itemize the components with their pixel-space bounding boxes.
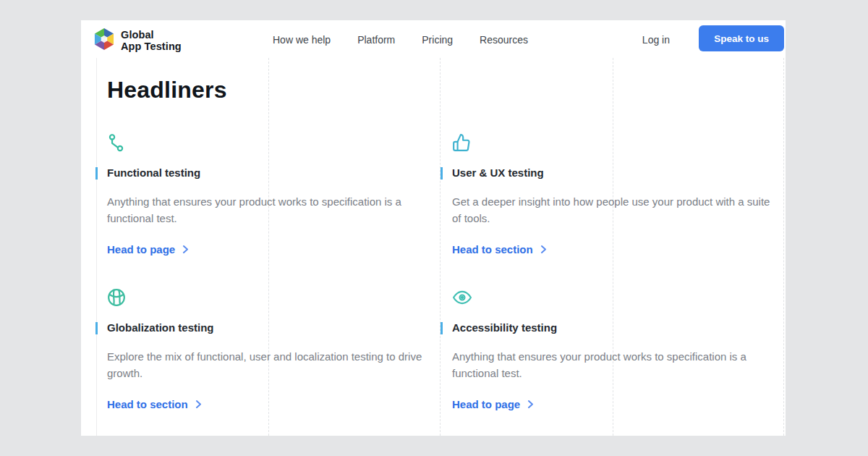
login-link[interactable]: Log in bbox=[642, 20, 670, 59]
eye-icon bbox=[452, 288, 779, 307]
nav-item-how-we-help[interactable]: How we help bbox=[273, 34, 331, 46]
brand-name: Global App Testing bbox=[121, 29, 182, 52]
top-navigation-bar: Global App Testing How we help Platform … bbox=[81, 20, 786, 59]
head-to-section-link[interactable]: Head to section bbox=[107, 398, 202, 410]
main-nav: How we help Platform Pricing Resources bbox=[273, 20, 528, 59]
chevron-right-icon bbox=[540, 245, 547, 254]
accent-bar bbox=[441, 167, 443, 180]
card-title: User & UX testing bbox=[452, 166, 544, 179]
route-icon bbox=[107, 133, 434, 152]
chevron-right-icon bbox=[182, 245, 189, 254]
nav-item-pricing[interactable]: Pricing bbox=[422, 34, 453, 46]
grid-line bbox=[783, 58, 784, 436]
accent-bar bbox=[95, 322, 98, 334]
card-title: Functional testing bbox=[107, 166, 200, 179]
card-description: Explore the mix of functional, user and … bbox=[107, 349, 433, 381]
card-description: Anything that ensures your product works… bbox=[452, 349, 778, 381]
grid-line bbox=[440, 58, 441, 436]
nav-item-platform[interactable]: Platform bbox=[357, 34, 395, 46]
globe-icon bbox=[107, 288, 434, 307]
grid-line bbox=[96, 58, 97, 436]
chevron-right-icon bbox=[527, 400, 534, 409]
accent-bar bbox=[441, 322, 443, 334]
nav-item-resources[interactable]: Resources bbox=[480, 34, 528, 46]
card-description: Get a deeper insight into how people use… bbox=[452, 194, 778, 227]
hexagon-logo-icon bbox=[93, 26, 116, 55]
card-functional-testing: Functional testing Anything that ensures… bbox=[107, 133, 434, 256]
accent-bar bbox=[95, 167, 98, 180]
head-to-section-link[interactable]: Head to section bbox=[452, 243, 547, 256]
thumbs-up-icon bbox=[452, 133, 779, 152]
brand-logo[interactable]: Global App Testing bbox=[93, 26, 182, 55]
speak-to-us-button[interactable]: Speak to us bbox=[699, 25, 784, 51]
head-to-page-link[interactable]: Head to page bbox=[452, 398, 534, 410]
card-user-ux-testing: User & UX testing Get a deeper insight i… bbox=[452, 133, 779, 256]
page-surface: Global App Testing How we help Platform … bbox=[81, 20, 786, 436]
card-globalization-testing: Globalization testing Explore the mix of… bbox=[107, 288, 434, 411]
card-accessibility-testing: Accessibility testing Anything that ensu… bbox=[452, 288, 779, 411]
card-title: Accessibility testing bbox=[452, 321, 557, 334]
card-description: Anything that ensures your product works… bbox=[107, 194, 433, 227]
head-to-page-link[interactable]: Head to page bbox=[107, 243, 189, 256]
page-title: Headliners bbox=[107, 77, 227, 104]
card-title: Globalization testing bbox=[107, 321, 214, 334]
chevron-right-icon bbox=[195, 400, 202, 409]
